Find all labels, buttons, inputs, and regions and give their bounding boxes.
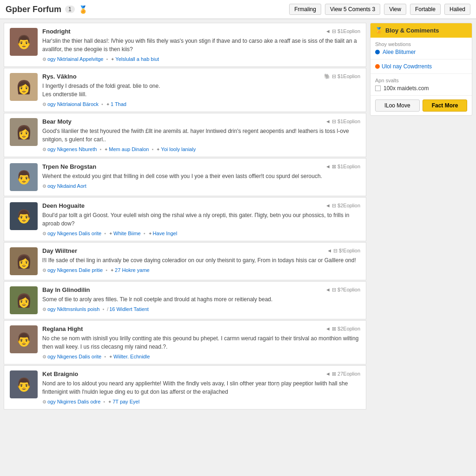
post-body-container: Bay ln Glinodilin ◄ ⊟ $?Eoplion Some of … — [42, 286, 360, 314]
tag-text[interactable]: ogy Nkgenes Dalie pritie — [47, 267, 103, 273]
tag-text[interactable]: Have Ingel — [153, 231, 178, 236]
post-tag: / 16 Widlert Tatient — [107, 306, 149, 312]
tag-icon: / — [107, 307, 108, 312]
link-dot — [375, 64, 380, 69]
tag-icon: ⚙ — [42, 147, 46, 152]
post-body-container: Rys. Vāklno 🐘 ⊟ $1Eoplion I Ingertly I d… — [42, 73, 360, 107]
apn-checkbox[interactable] — [375, 86, 381, 91]
fortable-button[interactable]: Fortable — [410, 4, 441, 15]
view-comments-button[interactable]: View 5 Coments 3 — [325, 4, 380, 15]
sidebar-title-icon: 🏅 — [375, 27, 383, 34]
tag-icon: ✦ — [109, 231, 112, 236]
post-author[interactable]: Deen Hoguaite — [42, 202, 85, 209]
post-avatar: 👨 — [10, 202, 38, 230]
loo-move-button[interactable]: lLoo Move — [375, 99, 420, 112]
apn-text: 100x maidets.com — [383, 85, 429, 92]
tag-text[interactable]: ogy Nkgenes Dalis orite — [47, 354, 101, 359]
post-card: 👩 Bear Moty ◄ ⊟ $1Eoplion Good's lilanli… — [4, 113, 366, 157]
tag-sep: • — [104, 354, 106, 359]
post-tag: ⚙ ogy Nkgenes Dalie pritie — [42, 267, 103, 273]
post-tag: ✦ Have Ingel — [148, 231, 178, 236]
post-author[interactable]: Ket Braignio — [42, 370, 78, 377]
post-avatar: 👩 — [10, 247, 38, 275]
tag-icon: ⚙ — [42, 268, 46, 273]
tag-text[interactable]: White Biime — [113, 231, 141, 236]
tag-text[interactable]: ogy Nkgenes Nbureth — [47, 146, 97, 152]
tag-text[interactable]: 16 Widlert Tatient — [109, 306, 149, 312]
frmaling-button[interactable]: Frmaling — [289, 4, 321, 15]
tag-text[interactable]: oqy Nkdaind Aort — [47, 183, 86, 189]
post-author[interactable]: Bay ln Glinodilin — [42, 286, 90, 293]
tag-icon: ✦ — [108, 399, 112, 404]
sidebar-link[interactable]: Ulol nay Cowdrrents — [375, 63, 467, 70]
post-tag: ✦ Yoi looly lanialy — [156, 146, 196, 152]
post-tags: ⚙ ogy Nkgenes Dalie pritie • ✦ 27 Hokre … — [42, 267, 360, 273]
post-header: Deen Hoguaite ◄ ⊟ $2Eoplion — [42, 202, 360, 209]
header-badge: 1 — [65, 6, 75, 13]
post-body-container: Deen Hoguaite ◄ ⊟ $2Eoplion Boul'd par t… — [42, 202, 360, 236]
post-author[interactable]: Day Wiiltner — [42, 247, 77, 254]
post-avatar: 👨 — [10, 28, 38, 56]
post-tag: ⚙ ogy Nktrlainal Appelvitge — [42, 56, 103, 62]
tag-icon: ✦ — [111, 57, 114, 62]
header: Gpber Forfum 1 🏅 Frmaling View 5 Coments… — [0, 0, 476, 19]
tag-text[interactable]: 7T pay Eyel — [112, 399, 139, 404]
tag-text[interactable]: Wiilter. Echnidle — [113, 354, 150, 359]
tag-text[interactable]: ogy Nkltmsnlunls poish — [47, 306, 100, 312]
post-avatar: 👨 — [10, 163, 38, 191]
tag-icon: ✦ — [104, 147, 108, 152]
feed: 👨 Fnodright ◄ ⊟ $1Eoplion Har'slin the t… — [4, 23, 366, 410]
header-icon: 🏅 — [79, 5, 88, 14]
post-body-container: Trpen Ne Brogstan ◄ ⊠ $1Eoplion Wehent t… — [42, 163, 360, 191]
view-button[interactable]: View — [384, 4, 406, 15]
tag-text[interactable]: ogy Nktrlaional Bärock — [47, 101, 99, 107]
post-tag: ✦ Yelslulall a hab biut — [111, 56, 159, 62]
tag-text[interactable]: 1 Thad — [111, 101, 126, 107]
post-tag: ⚙ ogy Nkltmsnlunls poish — [42, 306, 100, 312]
post-tag: ⚙ ogy Nkgenes Nbureth — [42, 146, 97, 152]
tag-icon: ✦ — [106, 102, 110, 107]
post-tags: ⚙ ogy Nkgirres Dalis odre • ✦ 7T pay Eye… — [42, 399, 360, 404]
tag-sep: • — [144, 231, 145, 236]
tag-text[interactable]: Mem aup Dinalon — [109, 146, 149, 152]
post-tag: ✦ Wiilter. Echnidle — [109, 354, 150, 359]
post-header: Bay ln Glinodilin ◄ ⊟ $?Eoplion — [42, 286, 360, 293]
tag-text[interactable]: ogy Nkgirres Dalis odre — [47, 399, 100, 404]
tag-text[interactable]: Yoi looly lanialy — [161, 146, 196, 152]
tag-text[interactable]: ogy Nkgenes Dalis orite — [47, 231, 101, 236]
tag-sep: • — [103, 306, 105, 312]
sidebar-user[interactable]: Alee Blitumer — [375, 49, 467, 55]
tag-icon: ⚙ — [42, 57, 46, 62]
post-meta-right: ◄ ⊟ $1Eoplion — [325, 28, 360, 34]
post-meta-right: ◄ ⊟ $2Eoplion — [325, 203, 360, 209]
sidebar-title: Bloy & Comiments — [385, 27, 439, 34]
post-author[interactable]: Reglana Hight — [42, 325, 83, 332]
fact-more-button[interactable]: Fact More — [423, 99, 467, 112]
post-header: Bear Moty ◄ ⊟ $1Eoplion — [42, 118, 360, 125]
tag-text[interactable]: 27 Hokre yame — [115, 267, 150, 273]
post-text: Wehent the extould you gint that frillin… — [42, 172, 360, 180]
post-tag: ⚙ ogy Nkgirres Dalis odre — [42, 399, 100, 404]
post-card: 👨 Ket Braignio ◄ ⊠ 27Eoplion Nond are to… — [4, 365, 366, 410]
post-tags: ⚙ ogy Nktrlainal Appelvitge • ✦ Yelslula… — [42, 56, 360, 62]
post-text: l!I Ife sade of thei ling in antivaly be… — [42, 256, 360, 264]
tag-sep: • — [152, 146, 153, 152]
tag-text[interactable]: Yelslulall a hab biut — [115, 56, 159, 62]
post-header: Rys. Vāklno 🐘 ⊟ $1Eoplion — [42, 73, 360, 80]
post-body-container: Day Wiiltner ◄ ⊟ $!Eoplion l!I Ife sade … — [42, 247, 360, 275]
post-author[interactable]: Trpen Ne Brogstan — [42, 163, 96, 170]
post-header: Reglana Hight ◄ ⊠ $2Eoplion — [42, 325, 360, 332]
post-author[interactable]: Rys. Vāklno — [42, 73, 77, 80]
post-tag: ✦ 27 Hokre yame — [110, 267, 150, 273]
tag-text[interactable]: ogy Nktrlainal Appelvitge — [47, 56, 103, 62]
post-meta-right: ◄ ⊟ $1Eoplion — [325, 119, 360, 125]
post-meta-right: ◄ ⊠ 27Eoplion — [325, 371, 360, 377]
post-tags: ⚙ ogy Nktrlaional Bärock • ✦ 1 Thad — [42, 101, 360, 107]
tag-sep: • — [99, 146, 101, 152]
halied-button[interactable]: Halied — [444, 4, 470, 15]
post-tags: ⚙ ogy Nkgenes Dalis orite • ✦ Wiilter. E… — [42, 354, 360, 359]
post-author[interactable]: Fnodright — [42, 28, 71, 35]
post-tag: ✦ Mem aup Dinalon — [104, 146, 149, 152]
user-dot — [375, 50, 380, 54]
post-author[interactable]: Bear Moty — [42, 118, 72, 125]
